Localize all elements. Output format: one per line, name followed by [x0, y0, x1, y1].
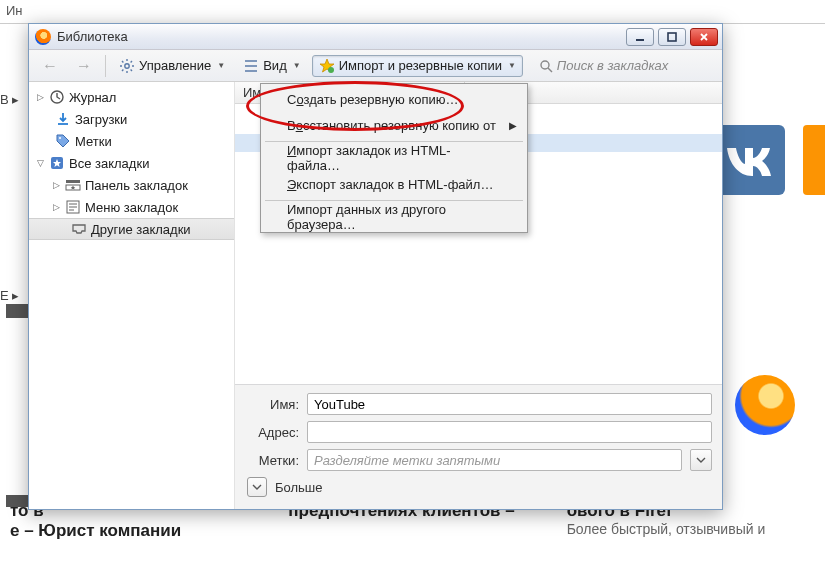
gear-icon [119, 58, 135, 74]
sidebar-item-other-bookmarks[interactable]: Другие закладки [29, 218, 234, 240]
menu-item-export-html[interactable]: Экспорт закладок в HTML-файл… [263, 171, 525, 197]
bg-left-label: Е ▸ [0, 288, 26, 303]
chevron-down-icon [696, 455, 706, 465]
manage-label: Управление [139, 58, 211, 73]
sidebar-item-label: Меню закладок [85, 200, 178, 215]
menu-item-label: Создать резервную копию… [287, 92, 459, 107]
bg-left-label: В ▸ [0, 92, 26, 107]
clock-icon [49, 89, 65, 105]
download-icon [55, 111, 71, 127]
menu-item-label: Импорт данных из другого браузера… [287, 202, 503, 232]
minimize-button[interactable] [626, 28, 654, 46]
menu-separator [265, 141, 523, 142]
svg-point-7 [59, 137, 61, 139]
svg-marker-12 [71, 186, 76, 190]
sidebar-item-menu-bookmarks[interactable]: ▷ Меню закладок [29, 196, 234, 218]
titlebar[interactable]: Библиотека [29, 24, 722, 50]
maximize-button[interactable] [658, 28, 686, 46]
toolbar-bookmarks-icon [65, 177, 81, 193]
sidebar-item-all-bookmarks[interactable]: ▽ Все закладки [29, 152, 234, 174]
inbox-icon [71, 221, 87, 237]
sidebar-item-downloads[interactable]: Загрузки [29, 108, 234, 130]
menu-separator [265, 200, 523, 201]
svg-rect-0 [636, 39, 644, 41]
details-panel: Имя: Адрес: Метки: Больше [235, 384, 722, 509]
svg-rect-1 [668, 33, 676, 41]
forward-button[interactable]: → [69, 54, 99, 78]
svg-rect-10 [66, 180, 80, 183]
bg-top-strip: Ин [0, 0, 825, 24]
menu-item-label: Восстановить резервную копию от [287, 118, 496, 133]
bg-text: Более быстрый, отзывчивый и [567, 521, 815, 537]
submenu-arrow-icon: ▶ [509, 120, 517, 131]
name-label: Имя: [245, 397, 299, 412]
sidebar-item-label: Загрузки [75, 112, 127, 127]
chevron-down-icon [252, 482, 262, 492]
import-backup-menu: Создать резервную копию… Восстановить ре… [260, 83, 528, 233]
close-button[interactable] [690, 28, 718, 46]
manage-button[interactable]: Управление ▼ [112, 55, 232, 77]
tags-field[interactable] [307, 449, 682, 471]
sidebar-item-label: Все закладки [69, 156, 149, 171]
search-placeholder: Поиск в закладках [557, 58, 668, 73]
menu-item-label: Экспорт закладок в HTML-файл… [287, 177, 493, 192]
search-input[interactable]: Поиск в закладках [533, 55, 716, 77]
arrow-right-icon: → [76, 57, 92, 75]
menu-item-restore-backup[interactable]: Восстановить резервную копию от ▶ [263, 112, 525, 138]
svg-point-4 [328, 67, 334, 73]
more-label: Больше [275, 480, 323, 495]
sidebar-item-label: Журнал [69, 90, 116, 105]
bg-bottom-text: то в е – Юрист компании предпочтениях кл… [0, 501, 825, 561]
import-backup-button[interactable]: Импорт и резервные копии ▼ [312, 55, 523, 77]
menu-bookmarks-icon [65, 199, 81, 215]
more-toggle[interactable]: Больше [247, 477, 712, 497]
svg-point-2 [125, 63, 129, 67]
search-icon [539, 59, 553, 73]
svg-point-5 [541, 61, 549, 69]
view-label: Вид [263, 58, 287, 73]
star-import-icon [319, 58, 335, 74]
bg-orange-tile [803, 125, 825, 195]
menu-item-create-backup[interactable]: Создать резервную копию… [263, 86, 525, 112]
window-title: Библиотека [57, 29, 626, 44]
sidebar: ▷ Журнал Загрузки Метки ▽ Все закладки ▷… [29, 82, 235, 509]
tags-dropdown-button[interactable] [690, 449, 712, 471]
vk-logo-tile [715, 125, 785, 195]
menu-item-label: Импорт закладок из HTML-файла… [287, 143, 503, 173]
menu-item-import-browser[interactable]: Импорт данных из другого браузера… [263, 204, 525, 230]
expand-icon[interactable]: ▷ [51, 202, 61, 212]
sidebar-item-label: Другие закладки [91, 222, 191, 237]
sidebar-item-toolbar-bookmarks[interactable]: ▷ Панель закладок [29, 174, 234, 196]
import-label: Импорт и резервные копии [339, 58, 502, 73]
expand-icon[interactable]: ▷ [35, 92, 45, 102]
menu-item-import-html[interactable]: Импорт закладок из HTML-файла… [263, 145, 525, 171]
bg-text: е – Юрист компании [10, 521, 258, 541]
sidebar-item-tags[interactable]: Метки [29, 130, 234, 152]
expand-icon[interactable]: ▷ [51, 180, 61, 190]
tags-label: Метки: [245, 453, 299, 468]
name-field[interactable] [307, 393, 712, 415]
collapse-icon[interactable]: ▽ [35, 158, 45, 168]
sidebar-item-history[interactable]: ▷ Журнал [29, 86, 234, 108]
arrow-left-icon: ← [42, 57, 58, 75]
sidebar-item-label: Метки [75, 134, 112, 149]
chevron-down-icon: ▼ [508, 61, 516, 70]
chevron-down-icon: ▼ [293, 61, 301, 70]
bookmarks-icon [49, 155, 65, 171]
tag-icon [55, 133, 71, 149]
sidebar-item-label: Панель закладок [85, 178, 188, 193]
firefox-icon [35, 29, 51, 45]
address-label: Адрес: [245, 425, 299, 440]
toolbar: ← → Управление ▼ Вид ▼ Импорт и резервны… [29, 50, 722, 82]
chevron-down-icon: ▼ [217, 61, 225, 70]
address-field[interactable] [307, 421, 712, 443]
firefox-logo [735, 375, 795, 435]
back-button[interactable]: ← [35, 54, 65, 78]
list-icon [243, 58, 259, 74]
view-button[interactable]: Вид ▼ [236, 55, 307, 77]
